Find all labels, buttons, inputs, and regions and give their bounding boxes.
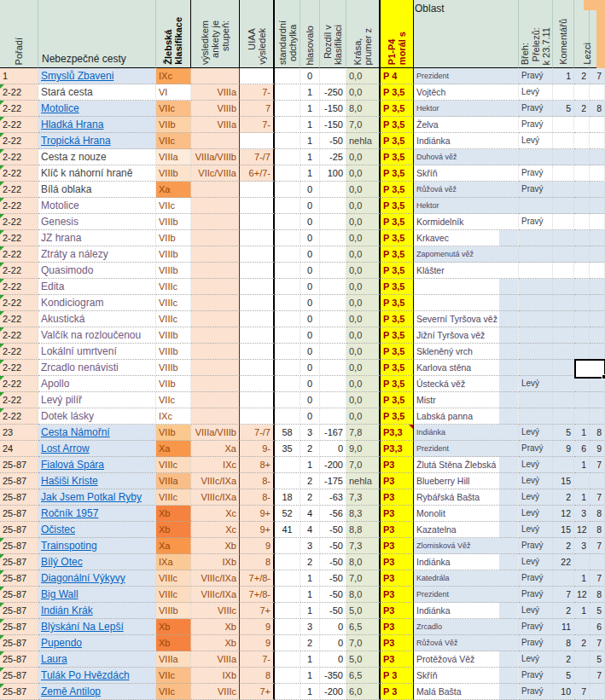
cell-br: Levý (519, 554, 553, 570)
cell-br (519, 311, 553, 327)
route-link[interactable]: Očistec (41, 524, 75, 535)
cell-gr: VIIb (156, 425, 191, 441)
cell-gr: VIIIb (156, 214, 191, 230)
route-link[interactable]: Big Wall (41, 588, 79, 600)
table-body: 1Smyslů ZbaveniIXc00,0P 4PrezidentPravý1… (0, 68, 605, 700)
fill-handle[interactable] (602, 374, 605, 379)
cell-obl: Krkavec (414, 230, 519, 246)
cell-lez: 8 (590, 522, 605, 538)
cell-p: P 3,5 (381, 198, 414, 214)
route-link[interactable]: Ročník 1957 (41, 507, 98, 519)
cell-std (275, 295, 300, 311)
cell-kom (574, 198, 590, 214)
cell-name: Očistec (38, 522, 156, 538)
cell-p: P3 (381, 473, 414, 489)
table-row: 2-22Valčík na rozloučenouVIIIb00,0P 3,5J… (0, 327, 605, 344)
cell-std (275, 182, 300, 198)
cell-sur (191, 408, 240, 425)
cell-dif (320, 408, 346, 425)
cell-obl: Protěžová Věž (414, 651, 519, 668)
cell-pre (553, 117, 574, 133)
cell-por: 25-87 (0, 538, 38, 554)
cell-kom (574, 263, 590, 279)
cell-sur: VIIIb (191, 101, 240, 117)
cell-std (275, 570, 300, 587)
cell-dif: -50 (320, 522, 346, 538)
cell-gr: Xa (156, 441, 191, 457)
cell-sur: VIIIa/VIIIb (191, 425, 240, 441)
route-link[interactable]: Indián Krák (41, 605, 93, 616)
cell-kra: 8,0 (346, 101, 381, 117)
route-link[interactable]: Diagonální Výkyvy (41, 572, 125, 584)
cell-br (519, 360, 553, 376)
route-link[interactable]: Bílý Otec (41, 556, 83, 568)
cell-pre (553, 263, 574, 279)
route-link[interactable]: Laura (41, 653, 67, 665)
route-name: Stará cesta (41, 86, 93, 98)
cell-gr: Xb (156, 619, 191, 635)
cell-kra: 7,0 (346, 117, 381, 133)
cell-p: P3 (381, 554, 414, 570)
cell-ui (240, 360, 275, 376)
route-link[interactable]: Trainspoting (41, 540, 97, 552)
cell-ui (240, 230, 275, 246)
cell-ui (240, 133, 275, 149)
cell-dif (320, 246, 346, 263)
cell-vot: 1 (300, 165, 320, 182)
table-row: 25-87TrainspotingXaXb93-507,3P3Zlomiskov… (0, 538, 605, 554)
cell-vot: 1 (300, 457, 320, 473)
route-link[interactable]: Tulák Po Hvězdách (41, 669, 130, 681)
route-name: Levý pilíř (41, 394, 82, 406)
table-row: 25-87Bílý OtecIXaIXb82-508,0P3IndiánkaLe… (0, 554, 605, 570)
cell-gr: VIIb (156, 230, 191, 246)
route-link[interactable]: Jak Jsem Potkal Ryby (41, 491, 142, 503)
cell-obl: Mistr (414, 392, 519, 408)
cell-ui: 7+/8- (240, 587, 275, 603)
route-link[interactable]: Fialová Spára (41, 459, 104, 471)
route-link[interactable]: Lost Arrow (41, 443, 90, 454)
cell-por: 2-22 (0, 392, 38, 408)
cell-pre (553, 344, 574, 360)
route-link[interactable]: Hašiši Kriste (41, 475, 98, 487)
cell-sur (191, 133, 240, 149)
route-link[interactable]: Motolice (41, 102, 79, 114)
cell-obl: Skříň (414, 668, 519, 684)
cell-p: P3 (381, 457, 414, 473)
header-label: Komentářů (558, 19, 568, 65)
cell-dif: 100 (320, 165, 346, 182)
selected-cell-cursor[interactable] (574, 359, 605, 379)
cell-vot: 0 (300, 295, 320, 311)
cell-name: Akustická (38, 311, 156, 327)
route-name: Ztráty a nálezy (41, 248, 108, 260)
cell-sur: Xc (191, 506, 240, 522)
route-link[interactable]: Tropická Hrana (41, 135, 111, 147)
cell-gr: VIIIb (156, 344, 191, 360)
cell-kom (574, 651, 590, 668)
cell-sur: VIIc/VIIIa (191, 165, 240, 182)
cell-kra: 0,0 (346, 230, 381, 246)
cell-dif: 0 (320, 651, 346, 668)
route-link[interactable]: Cesta Námořní (41, 426, 110, 438)
cell-ui: 7-/7 (240, 425, 275, 441)
cell-kom (574, 214, 590, 230)
table-row: 2-22Levý pilířVIIc00,0P 3,5Mistr (0, 392, 605, 408)
cell-kom (574, 295, 590, 311)
cell-dif (320, 263, 346, 279)
cell-dif (320, 295, 346, 311)
cell-std (275, 473, 300, 489)
cell-pre (553, 392, 574, 408)
cell-name: Cesta Námořní (38, 425, 156, 441)
route-link[interactable]: Smyslů Zbaveni (41, 70, 113, 82)
route-link[interactable]: Země Antilop (41, 686, 101, 697)
cell-p: P 3 (381, 684, 414, 700)
cell-kra: 7,0 (346, 635, 381, 651)
cell-sur (191, 68, 240, 84)
cell-ui (240, 327, 275, 344)
cell-por: 2-22 (0, 84, 38, 101)
route-link[interactable]: Pupendo (41, 637, 82, 649)
cell-pre (553, 570, 574, 587)
cell-std (275, 165, 300, 182)
route-link[interactable]: Hladká Hrana (41, 119, 103, 130)
cell-p: P 3,5 (381, 165, 414, 182)
route-link[interactable]: Blýskání Na Lepší (41, 621, 124, 633)
